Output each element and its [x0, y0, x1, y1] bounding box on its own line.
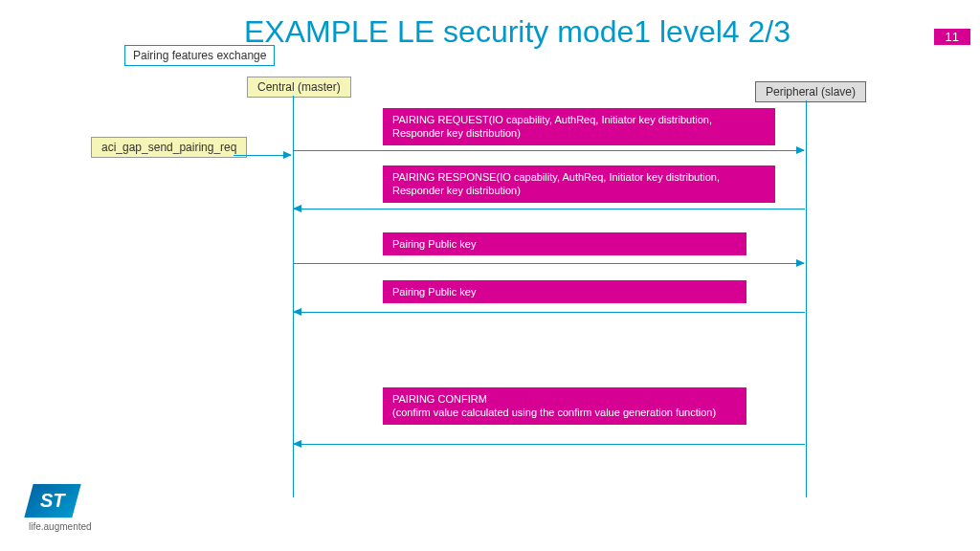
- logo-tagline: life.augmented: [29, 521, 92, 532]
- peripheral-label: Peripheral (slave): [755, 81, 866, 102]
- pairing-confirm-arrow: [294, 444, 805, 445]
- pairing-request-arrow: [294, 150, 804, 151]
- pairing-request-box: PAIRING REQUEST(IO capability, AuthReq, …: [383, 108, 775, 145]
- slide-title: EXAMPLE LE security mode1 level4 2/3: [244, 14, 791, 50]
- pairing-response-box: PAIRING RESPONSE(IO capability, AuthReq,…: [383, 165, 775, 203]
- st-logo-icon: ST: [24, 484, 80, 518]
- public-key-1-arrow: [294, 263, 804, 264]
- central-lifeline: [293, 96, 294, 497]
- pairing-confirm-box: PAIRING CONFIRM (confirm value calculate…: [383, 387, 746, 425]
- page-number: 11: [934, 29, 970, 45]
- logo: ST life.augmented: [29, 484, 92, 532]
- public-key-2-box: Pairing Public key: [383, 280, 746, 303]
- api-arrow: [234, 155, 291, 156]
- public-key-1-box: Pairing Public key: [383, 232, 746, 255]
- public-key-2-arrow: [294, 312, 805, 313]
- central-label: Central (master): [247, 77, 351, 98]
- pairing-features-label: Pairing features exchange: [124, 45, 275, 66]
- pairing-response-arrow: [294, 209, 805, 209]
- peripheral-lifeline: [806, 100, 807, 497]
- api-call-label: aci_gap_send_pairing_req: [91, 137, 247, 158]
